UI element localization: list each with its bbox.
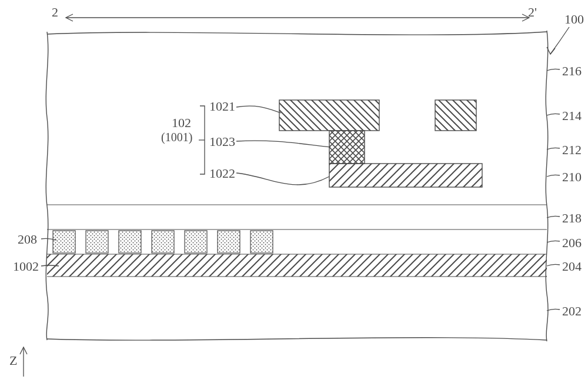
leader-212 — [547, 148, 560, 149]
leader-100 — [547, 27, 569, 54]
ref-206: 206 — [562, 235, 582, 251]
ref-208: 208 — [18, 232, 37, 247]
svg-rect-8 — [250, 231, 273, 253]
section-line-2-2prime — [66, 14, 529, 21]
leader-214 — [547, 114, 560, 115]
figure-ref-100: 100 — [564, 12, 584, 27]
ref-1021: 1021 — [209, 99, 235, 114]
leader-1021 — [236, 106, 281, 113]
bracket-102 — [199, 106, 205, 174]
feature-1022-plate — [329, 164, 482, 187]
ref-204: 204 — [562, 259, 582, 274]
ref-216: 216 — [562, 64, 582, 79]
feature-208-row — [53, 231, 273, 253]
axis-z-label: Z — [9, 353, 17, 368]
ref-210: 210 — [562, 169, 582, 185]
left-break-edge — [46, 32, 48, 340]
svg-rect-5 — [152, 231, 174, 253]
group-label-102: 102 — [172, 115, 191, 131]
leader-218 — [547, 216, 560, 218]
leader-216 — [547, 69, 560, 71]
feature-1021-pad-left — [279, 100, 379, 131]
section-mark-right: 2' — [528, 5, 537, 20]
layer-204-fill — [47, 254, 547, 277]
ref-1002: 1002 — [13, 259, 39, 274]
leader-206 — [547, 241, 560, 242]
top-break-line — [47, 32, 547, 35]
leader-202 — [547, 309, 560, 311]
leader-1023 — [236, 141, 330, 147]
svg-rect-7 — [218, 231, 240, 253]
svg-rect-4 — [119, 231, 141, 253]
feature-1023-via — [329, 131, 365, 164]
hatch-canvas — [0, 0, 588, 386]
ref-202: 202 — [562, 304, 582, 319]
leader-1002 — [41, 265, 59, 266]
svg-rect-3 — [86, 231, 108, 253]
leader-210 — [547, 175, 560, 177]
right-break-edge — [546, 31, 548, 341]
ref-1023: 1023 — [209, 134, 235, 149]
bottom-break-line — [47, 338, 547, 340]
diagram-stage: 2 2' 100 216 214 212 210 218 206 204 202… — [0, 0, 588, 386]
leader-204 — [547, 264, 560, 266]
ref-214: 214 — [562, 108, 582, 124]
axis-z-arrow — [20, 347, 27, 377]
group-label-1001: (1001) — [161, 131, 192, 144]
svg-rect-2 — [53, 231, 75, 253]
section-mark-left: 2 — [52, 5, 58, 20]
feature-1021-pad-right — [435, 100, 476, 131]
ref-212: 212 — [562, 142, 582, 158]
leader-208 — [41, 238, 56, 240]
ref-1022: 1022 — [209, 166, 235, 181]
leader-1022 — [236, 173, 329, 185]
ref-218: 218 — [562, 211, 582, 226]
svg-rect-6 — [185, 231, 207, 253]
